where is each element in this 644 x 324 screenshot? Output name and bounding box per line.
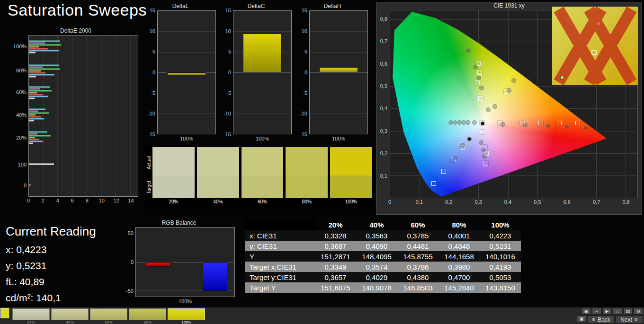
table-row: Y151,2871148,4095145,8755144,1658140,101… bbox=[245, 251, 521, 262]
play-button[interactable]: ▶ bbox=[602, 308, 612, 315]
deltae-bar-group bbox=[29, 64, 138, 77]
page-title: Saturation Sweeps bbox=[8, 1, 147, 19]
blue-balance-bar bbox=[203, 262, 227, 291]
table-cell: 143,8150 bbox=[480, 282, 521, 293]
filmstrip-thumb-20%[interactable]: 20% bbox=[12, 308, 50, 324]
axis-tick-label: 15 bbox=[302, 8, 307, 13]
back-button[interactable]: ⚙ Back bbox=[587, 315, 615, 324]
deltac-chart-title: DeltaC bbox=[221, 3, 292, 10]
gridline bbox=[233, 93, 291, 93]
thumb-swatch bbox=[51, 308, 89, 320]
current-color-chip bbox=[0, 308, 9, 318]
thumb-label: 100% bbox=[168, 320, 205, 324]
cie-target-marker bbox=[483, 161, 488, 166]
cie-measured-marker bbox=[465, 120, 470, 125]
axis-tick-label: 0 bbox=[304, 70, 307, 75]
rgb-balance-chart: RGB Balance 500-50 100% bbox=[123, 219, 235, 304]
filmstrip-thumb-40%[interactable]: 40% bbox=[51, 308, 89, 324]
deltae-bar bbox=[29, 140, 43, 142]
next-button[interactable]: Next ⚙ bbox=[616, 315, 643, 324]
deltae-axis-tick: 0 bbox=[27, 198, 30, 203]
reading-label: y: bbox=[6, 260, 16, 271]
axis-tick-label: -10 bbox=[300, 111, 307, 116]
cie-x-tick-label: 0,6 bbox=[564, 199, 571, 205]
capture-button[interactable]: ▪ bbox=[592, 308, 601, 315]
deltal-bar bbox=[167, 72, 206, 75]
layout-button[interactable]: ▤ bbox=[623, 308, 633, 315]
deltae-bar-group bbox=[29, 164, 138, 165]
back-button-label: Back bbox=[598, 316, 610, 323]
cie-target-marker bbox=[431, 181, 436, 186]
table-row-label: y: CIE31 bbox=[245, 241, 315, 251]
actual-swatch bbox=[152, 147, 195, 175]
monitor-icon[interactable]: ▣ bbox=[577, 315, 586, 322]
display-icon: ▣ bbox=[584, 309, 589, 314]
gear-icon: ⚙ bbox=[591, 317, 596, 322]
table-cell: 0,5231 bbox=[480, 241, 521, 251]
preview-reading-dot bbox=[560, 76, 564, 79]
actual-swatch bbox=[330, 147, 372, 175]
table-cell: 0,4223 bbox=[480, 230, 521, 241]
table-cell: 0,3786 bbox=[397, 262, 438, 272]
table-cell: 0,3980 bbox=[438, 262, 480, 272]
table-cell: 0,3563 bbox=[356, 230, 397, 241]
deltae-bar bbox=[29, 116, 41, 118]
cie-measured-marker bbox=[460, 143, 465, 148]
cie-x-tick-label: 0,8 bbox=[622, 199, 629, 205]
deltae-bar bbox=[29, 68, 60, 70]
axis-tick-label: -15 bbox=[148, 131, 155, 137]
axis-tick-label: -15 bbox=[224, 131, 231, 137]
deltae-bar-group bbox=[29, 109, 138, 122]
reading-label: x: bbox=[6, 244, 16, 255]
next-button-label: Next bbox=[620, 316, 632, 323]
gridline bbox=[233, 31, 291, 32]
axis-tick-label: -10 bbox=[148, 111, 155, 116]
deltae-bar bbox=[29, 118, 44, 120]
calibration-app-screen: Saturation Sweeps DeltaE 2000 100%80%60%… bbox=[0, 0, 644, 324]
red-balance-bar bbox=[146, 262, 170, 267]
cie-target-marker bbox=[575, 121, 580, 125]
cie-x-tick-label: 0,1 bbox=[416, 199, 423, 205]
cie-reading-marker bbox=[467, 137, 471, 141]
table-row: Target Y151,6075148,9078146,8503145,2840… bbox=[245, 282, 521, 293]
thumb-label: 20% bbox=[12, 320, 50, 324]
gridline bbox=[310, 114, 367, 114]
table-cell: 0,4001 bbox=[438, 230, 480, 241]
table-cell: 151,2871 bbox=[315, 251, 356, 262]
home-icon: ⌂ bbox=[616, 309, 618, 314]
preview-dot bbox=[597, 22, 600, 26]
cie-measured-marker bbox=[473, 65, 478, 70]
deltae-group-label: 80% bbox=[16, 68, 27, 73]
settings-button[interactable]: ⚙ bbox=[634, 308, 643, 315]
deltal-chart-title: DeltaL bbox=[145, 3, 216, 10]
deltae-bar bbox=[29, 74, 54, 75]
table-cell: 0,3657 bbox=[315, 272, 356, 282]
table-cell: 0,4848 bbox=[438, 241, 480, 251]
cie-target-marker bbox=[557, 121, 562, 125]
cie-measured-marker bbox=[479, 86, 484, 90]
home-button[interactable]: ⌂ bbox=[613, 308, 622, 315]
cie-measured-marker bbox=[472, 120, 477, 125]
rgb-x-axis-label: 100% bbox=[135, 297, 235, 304]
cie-target-marker bbox=[478, 96, 483, 101]
play-icon: ▶ bbox=[606, 309, 609, 314]
deltae-bar bbox=[29, 90, 52, 91]
deltae-bar bbox=[29, 48, 48, 49]
axis-tick-label: -50 bbox=[126, 288, 134, 294]
deltae-bar bbox=[29, 96, 48, 97]
table-cell: 0,3785 bbox=[397, 230, 438, 241]
cie-y-tick-label: 0,2 bbox=[380, 150, 387, 156]
cie-measured-marker bbox=[501, 122, 505, 127]
deltae-chart-title: DeltaE 2000 bbox=[13, 27, 138, 35]
gridline bbox=[136, 234, 234, 234]
filmstrip-thumb-60%[interactable]: 60% bbox=[90, 308, 127, 324]
reading-value: 0,4223 bbox=[16, 244, 46, 255]
saturation-swatch: 80% bbox=[286, 147, 328, 209]
display-button[interactable]: ▣ bbox=[581, 308, 591, 315]
deltae-axis-tick: 2 bbox=[42, 198, 45, 203]
filmstrip-thumb-100%[interactable]: 100% bbox=[168, 308, 205, 324]
filmstrip-thumb-80%[interactable]: 80% bbox=[129, 308, 166, 324]
deltae-axis-tick: 4 bbox=[56, 198, 59, 203]
cie-x-tick-label: 0,2 bbox=[445, 199, 452, 205]
deltae-bar-group bbox=[29, 40, 138, 53]
